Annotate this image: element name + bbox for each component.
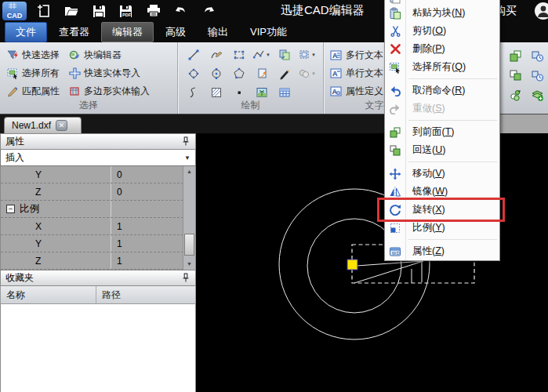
menu-item-paste-as-block[interactable]: 粘贴为块(N): [385, 4, 499, 22]
scroll-down-icon[interactable]: ▼: [183, 259, 195, 270]
quick-select-label: 快速选择: [22, 49, 60, 62]
property-name: Y: [1, 169, 42, 180]
match-properties-button[interactable]: 匹配属性: [5, 82, 62, 100]
menu-output[interactable]: 输出: [198, 23, 238, 42]
rotate-copy-tool-icon[interactable]: [526, 46, 548, 66]
insert-block-icon[interactable]: [273, 45, 296, 64]
quick-entity-import-label: 快速实体导入: [84, 67, 140, 80]
property-name: X: [1, 221, 42, 232]
rectangle-icon[interactable]: [227, 45, 250, 64]
menu-item-redo: 重做(S): [385, 100, 499, 118]
menu-viewer[interactable]: 查看器: [49, 23, 100, 42]
property-value: 1: [117, 256, 122, 267]
ribbon-group-select-label: 选择: [0, 99, 177, 112]
favorites-column-path[interactable]: 路径: [96, 289, 121, 302]
add-to-block-tool-icon[interactable]: [526, 85, 548, 105]
block-ref-icon[interactable]: [250, 64, 273, 83]
favorites-column-name[interactable]: 名称: [1, 286, 96, 303]
scrollbar-thumb[interactable]: [184, 234, 194, 256]
circle-icon[interactable]: [182, 64, 205, 83]
grip-handle[interactable]: [347, 260, 357, 270]
scrollbar[interactable]: ▲ ▼: [183, 166, 195, 270]
line-icon[interactable]: [182, 45, 205, 64]
menu-vip[interactable]: VIP功能: [240, 23, 297, 42]
select-all-icon: [385, 61, 405, 74]
svg-text:A: A: [332, 52, 338, 60]
polyline-icon[interactable]: ▼: [250, 45, 273, 64]
menu-item-delete[interactable]: 删除(P): [385, 40, 499, 58]
user-account-icon[interactable]: [535, 2, 548, 20]
block-editor-button[interactable]: 块编辑器: [67, 46, 152, 64]
bring-front-tool-icon[interactable]: [504, 46, 526, 66]
select-all-button[interactable]: 选择所有: [5, 64, 62, 82]
polygon-entity-input-label: 多边形实体输入: [84, 85, 150, 98]
property-row[interactable]: X 1: [1, 218, 195, 235]
scroll-up-icon[interactable]: ▲: [183, 166, 195, 177]
open-file-icon[interactable]: [62, 2, 81, 20]
document-tab[interactable]: New1.dxf ✕: [4, 117, 82, 133]
dropdown-arrow-icon: ▼: [311, 53, 316, 57]
quick-select-button[interactable]: 快速选择: [5, 46, 62, 64]
menu-separator: [385, 159, 499, 165]
redo-icon[interactable]: [199, 2, 218, 20]
mirror-icon: [385, 186, 405, 198]
menu-item-send-backward[interactable]: 回送(U): [385, 141, 499, 159]
quick-entity-import-button[interactable]: 快速实体导入: [67, 64, 152, 82]
property-row[interactable]: Z 0: [1, 183, 195, 201]
print-icon[interactable]: [144, 2, 163, 20]
boundary-icon[interactable]: ▼: [296, 45, 318, 64]
object-type-dropdown[interactable]: 插入 ▼: [0, 150, 196, 166]
polygon-icon[interactable]: [227, 64, 250, 83]
favorites-list[interactable]: [0, 304, 196, 392]
paste-as-block-icon: [385, 7, 405, 20]
attribute-define-label: 属性定义: [346, 85, 383, 98]
quick-access-toolbar: PDF: [34, 2, 218, 20]
match-properties-icon: [7, 85, 19, 97]
scale-copy-tool-icon[interactable]: [526, 66, 548, 85]
save-pdf-icon[interactable]: PDF: [117, 2, 136, 20]
pin-icon[interactable]: [181, 136, 191, 147]
menu-editor[interactable]: 编辑器: [101, 22, 154, 42]
pin-icon[interactable]: [181, 273, 191, 283]
property-row[interactable]: Y 1: [1, 235, 195, 252]
object-type-value: 插入: [5, 151, 24, 165]
ribbon-group-draw-label: 绘制: [178, 99, 323, 112]
property-grid[interactable]: Y 0 Z 0 − 比例 X 1 Y 1: [0, 166, 196, 270]
pencil-icon[interactable]: [273, 64, 296, 83]
menu-item-cut[interactable]: 剪切(O): [385, 22, 499, 40]
menu-item-bring-to-front[interactable]: 到前面(T): [385, 123, 499, 141]
property-row[interactable]: Z 1: [1, 252, 195, 270]
group-circles-tool-icon[interactable]: [504, 85, 526, 105]
polygon-entity-input-icon: [69, 85, 81, 97]
circle-center-icon[interactable]: [205, 64, 227, 83]
menu-separator: [385, 76, 499, 82]
property-value: 0: [117, 169, 122, 180]
tab-close-icon[interactable]: ✕: [56, 120, 67, 131]
menu-item-select-all[interactable]: 选择所有(Q): [385, 58, 499, 76]
spline-pencil-icon[interactable]: [205, 45, 227, 64]
polygon-entity-input-button[interactable]: 多边形实体输入: [67, 82, 152, 100]
save-icon[interactable]: [89, 2, 108, 20]
property-group-row[interactable]: − 比例: [1, 201, 195, 218]
favorites-panel-title: 收藏夹: [5, 271, 34, 285]
dropdown-arrow-icon: ▼: [311, 71, 316, 76]
menu-item-cancel-command[interactable]: 取消命令(R): [385, 82, 499, 100]
new-file-icon[interactable]: [34, 2, 53, 20]
undo-command-icon: [385, 85, 405, 96]
undo-icon[interactable]: [172, 2, 191, 20]
menu-item-properties[interactable]: 属性(Z): [385, 242, 499, 260]
single-text-label: 单行文本: [346, 67, 383, 80]
property-value: 1: [117, 238, 122, 249]
redo-icon: [385, 103, 405, 114]
property-row[interactable]: Y 0: [1, 166, 195, 183]
send-back-tool-icon[interactable]: [504, 66, 526, 85]
delete-icon: [385, 43, 405, 55]
property-name: Z: [1, 187, 41, 198]
select-all-label: 选择所有: [22, 67, 60, 80]
scale-icon: [385, 222, 405, 234]
collapse-icon[interactable]: −: [6, 205, 15, 213]
property-name: Y: [1, 238, 42, 249]
menu-file[interactable]: 文件: [5, 22, 47, 42]
menu-item-move[interactable]: 移动(V): [385, 165, 499, 183]
menu-advanced[interactable]: 高级: [155, 23, 196, 42]
